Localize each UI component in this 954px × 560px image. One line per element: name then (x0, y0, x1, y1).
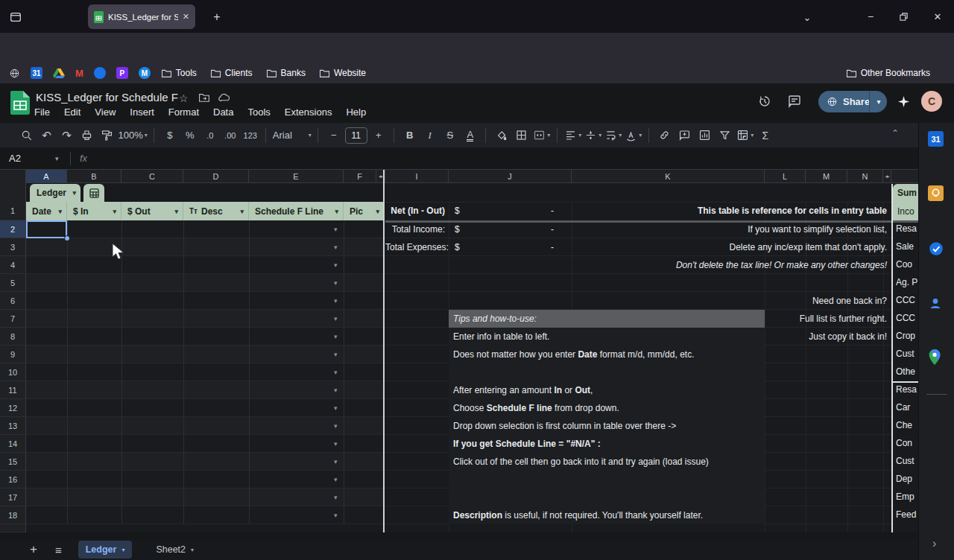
schedule-line-dropdown-icon[interactable]: ▾ (334, 512, 338, 519)
version-history-icon[interactable] (757, 94, 772, 109)
schedule-line-dropdown-icon[interactable]: ▾ (334, 315, 338, 322)
table-views-icon[interactable]: ▾ (736, 127, 754, 144)
ledger-row[interactable]: ▾ (26, 328, 385, 346)
ledger-row[interactable]: ▾ (26, 346, 385, 363)
header-filter-caret-icon[interactable]: ▾ (113, 208, 116, 215)
cloud-status-icon[interactable] (218, 92, 230, 102)
column-header-F[interactable]: F (344, 170, 376, 183)
row-header-12[interactable]: 12 (0, 399, 26, 417)
gemini-sparkle-icon[interactable] (897, 95, 911, 109)
ledger-header-schedulefline[interactable]: Schedule F Line▾ (249, 202, 344, 220)
ledger-row[interactable]: ▾ (26, 256, 385, 274)
ledger-row[interactable]: ▾ (26, 417, 385, 435)
side-panel-collapse-icon[interactable]: › (932, 537, 936, 550)
schedule-line-dropdown-icon[interactable]: ▾ (334, 369, 338, 376)
collapse-toolbar-icon[interactable]: ⌃ (891, 128, 899, 139)
row-header-5[interactable]: 5 (0, 274, 26, 292)
p-favicon[interactable]: P (116, 67, 128, 79)
ledger-row[interactable]: ▾ (26, 238, 385, 256)
header-filter-caret-icon[interactable]: ▾ (240, 208, 244, 215)
decrease-font-size-button[interactable]: − (325, 127, 343, 144)
schedule-line-dropdown-icon[interactable]: ▾ (334, 297, 338, 305)
menu-edit[interactable]: Edit (64, 106, 80, 118)
ledger-header-date[interactable]: Date▾ (26, 202, 67, 220)
schedule-line-dropdown-icon[interactable]: ▾ (334, 458, 338, 465)
schedule-line-dropdown-icon[interactable]: ▾ (334, 422, 338, 430)
font-select[interactable]: Arial▾ (273, 127, 312, 144)
schedule-line-dropdown-icon[interactable]: ▾ (334, 494, 338, 501)
row-header-11[interactable]: 11 (0, 381, 26, 399)
format-currency-button[interactable]: $ (161, 127, 179, 144)
menu-data[interactable]: Data (213, 106, 233, 118)
ledger-row[interactable]: ▾ (26, 435, 385, 453)
avatar[interactable]: C (921, 91, 942, 112)
share-dropdown-icon[interactable]: ▾ (869, 91, 888, 112)
menu-help[interactable]: Help (346, 106, 366, 118)
row-header-7[interactable]: 7 (0, 310, 26, 328)
ledger-row[interactable]: ▾ (26, 399, 385, 417)
font-size-input[interactable]: 11 (345, 127, 367, 144)
text-wrap-icon[interactable]: ▾ (604, 127, 622, 144)
insert-chart-icon[interactable] (696, 127, 714, 144)
header-filter-caret-icon[interactable]: ▾ (376, 208, 379, 215)
name-box[interactable]: A2 (0, 153, 55, 164)
drive-favicon[interactable] (53, 68, 65, 79)
ledger-row[interactable]: ▾ (26, 506, 385, 524)
active-cell-selection[interactable] (26, 220, 67, 238)
ledger-row[interactable]: ▾ (26, 381, 385, 399)
add-sheet-icon[interactable]: + (30, 542, 37, 557)
bookmark-folder-tools[interactable]: Tools (161, 68, 197, 78)
ledger-header-out[interactable]: $ Out▾ (121, 202, 183, 220)
borders-icon[interactable] (513, 127, 531, 144)
sheets-logo-icon[interactable] (10, 91, 30, 115)
print-icon[interactable] (78, 127, 96, 144)
all-sheets-icon[interactable]: ≡ (55, 544, 62, 556)
sheet-tab-caret-icon[interactable]: ▾ (191, 547, 194, 553)
ledger-header-pic[interactable]: Pic▾ (344, 202, 385, 220)
star-document-icon[interactable]: ☆ (179, 92, 189, 104)
schedule-line-dropdown-icon[interactable]: ▾ (334, 261, 338, 269)
zoom-select[interactable]: 100%▾ (119, 127, 148, 144)
column-header-E[interactable]: E (249, 170, 344, 183)
text-color-button[interactable]: A (461, 127, 479, 144)
ledger-row[interactable]: ▾ (26, 471, 385, 489)
row-header-4[interactable]: 4 (0, 256, 26, 274)
row-header-1[interactable]: 1 (0, 202, 26, 220)
undo-icon[interactable]: ↶ (38, 127, 56, 144)
schedule-line-dropdown-icon[interactable]: ▾ (334, 279, 338, 287)
decrease-decimals-button[interactable]: .0 (201, 127, 219, 144)
tasks-icon[interactable] (928, 241, 946, 258)
search-icon[interactable] (18, 127, 36, 144)
column-header-J[interactable]: J (449, 170, 572, 183)
bookmark-folder-banks[interactable]: Banks (266, 68, 306, 78)
move-to-folder-icon[interactable] (198, 92, 210, 103)
fill-color-icon[interactable] (493, 127, 511, 144)
fill-handle[interactable] (64, 235, 70, 241)
sheet-tab-caret-icon[interactable]: ▾ (121, 547, 124, 553)
menu-file[interactable]: File (34, 106, 50, 118)
insert-comment-icon[interactable] (676, 127, 694, 144)
bookmark-folder-website[interactable]: Website (319, 68, 366, 78)
increase-font-size-button[interactable]: + (370, 127, 388, 144)
row-header-2[interactable]: 2 (0, 220, 26, 238)
ledger-row[interactable]: ▾ (26, 310, 385, 328)
row-header-14[interactable]: 14 (0, 435, 26, 453)
italic-button[interactable]: I (421, 127, 439, 144)
other-bookmarks-folder[interactable]: Other Bookmarks (846, 63, 930, 83)
column-header-clipped[interactable] (891, 170, 918, 183)
spreadsheet-grid[interactable]: ABCDEF◂▸IJKLMN◂▸123456789101112131415161… (0, 170, 918, 532)
ledger-row[interactable]: ▾ (26, 274, 385, 292)
format-percent-button[interactable]: % (181, 127, 199, 144)
row-header-6[interactable]: 6 (0, 292, 26, 310)
close-window-button[interactable]: ✕ (929, 7, 947, 25)
table-menu-chip[interactable] (83, 184, 104, 202)
restore-window-button[interactable] (894, 7, 912, 25)
bookmark-folder-clients[interactable]: Clients (210, 68, 253, 78)
column-header-A[interactable]: A (26, 170, 67, 183)
menu-tools[interactable]: Tools (247, 106, 270, 118)
row-header-17[interactable]: 17 (0, 489, 26, 506)
column-header-C[interactable]: C (121, 170, 183, 183)
split-icon-right[interactable]: ◂▸ (883, 170, 891, 183)
row-header-8[interactable]: 8 (0, 328, 26, 346)
comment-history-icon[interactable] (787, 94, 802, 109)
